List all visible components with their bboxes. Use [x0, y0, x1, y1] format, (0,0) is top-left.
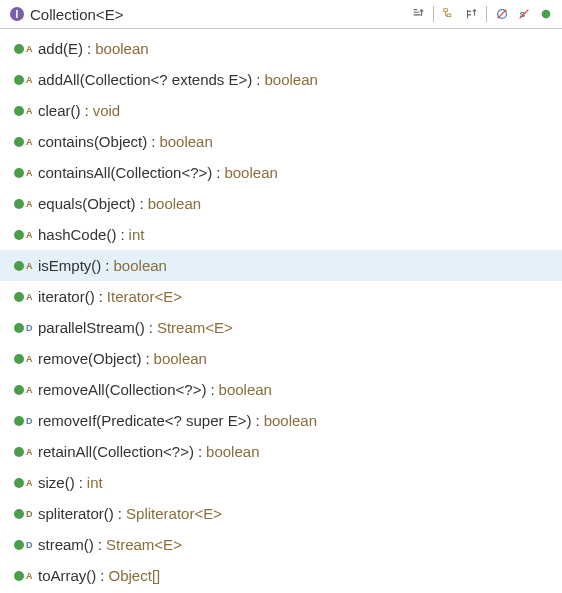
member-row[interactable]: Asize():int [0, 467, 562, 498]
method-params: () [135, 319, 145, 336]
default-modifier-icon: D [26, 316, 34, 341]
member-row[interactable]: AaddAll(Collection<? extends E>):boolean [0, 64, 562, 95]
return-type: Iterator<E> [107, 288, 182, 305]
abstract-modifier-icon: A [26, 223, 34, 248]
default-modifier-icon: D [26, 409, 34, 434]
member-row[interactable]: Dspliterator():Spliterator<E> [0, 498, 562, 529]
colon-separator: : [210, 381, 214, 398]
method-name: addAll [38, 71, 80, 88]
public-method-icon [14, 540, 24, 550]
method-name: clear [38, 102, 71, 119]
method-name: hashCode [38, 226, 106, 243]
header-title-group: I Collection<E> [10, 6, 408, 23]
member-row[interactable]: DremoveIf(Predicate<? super E>):boolean [0, 405, 562, 436]
public-method-icon [14, 354, 24, 364]
method-name: containsAll [38, 164, 111, 181]
colon-separator: : [118, 505, 122, 522]
method-params: () [106, 226, 116, 243]
sort-button[interactable] [408, 4, 428, 24]
colon-separator: : [87, 40, 91, 57]
colon-separator: : [255, 412, 259, 429]
member-row[interactable]: AremoveAll(Collection<?>):boolean [0, 374, 562, 405]
member-row[interactable]: AtoArray():Object[] [0, 560, 562, 591]
method-params: () [84, 536, 94, 553]
member-row[interactable]: Dstream():Stream<E> [0, 529, 562, 560]
colon-separator: : [256, 71, 260, 88]
member-signature: remove(Object):boolean [38, 346, 207, 371]
method-name: spliterator [38, 505, 104, 522]
member-row[interactable]: Aequals(Object):boolean [0, 188, 562, 219]
public-method-icon [14, 385, 24, 395]
member-signature: size():int [38, 470, 103, 495]
method-name: contains [38, 133, 94, 150]
member-signature: toArray():Object[] [38, 563, 160, 588]
method-name: stream [38, 536, 84, 553]
member-row[interactable]: Aclear():void [0, 95, 562, 126]
return-type: int [129, 226, 145, 243]
hide-static-button[interactable]: S [514, 4, 534, 24]
return-type: boolean [219, 381, 272, 398]
member-signature: contains(Object):boolean [38, 129, 213, 154]
abstract-modifier-icon: A [26, 161, 34, 186]
member-row[interactable]: Acontains(Object):boolean [0, 126, 562, 157]
public-method-icon [14, 509, 24, 519]
member-row[interactable]: Aremove(Object):boolean [0, 343, 562, 374]
member-row[interactable]: AisEmpty():boolean [0, 250, 562, 281]
filter-button[interactable] [536, 4, 556, 24]
method-params: (Collection<?>) [105, 381, 207, 398]
member-signature: stream():Stream<E> [38, 532, 182, 557]
public-method-icon [14, 230, 24, 240]
public-method-icon [14, 75, 24, 85]
colon-separator: : [149, 319, 153, 336]
return-type: boolean [224, 164, 277, 181]
colon-separator: : [151, 133, 155, 150]
return-type: boolean [95, 40, 148, 57]
return-type: boolean [148, 195, 201, 212]
default-modifier-icon: D [26, 502, 34, 527]
member-row[interactable]: AcontainsAll(Collection<?>):boolean [0, 157, 562, 188]
colon-separator: : [216, 164, 220, 181]
member-row[interactable]: Aiterator():Iterator<E> [0, 281, 562, 312]
method-name: isEmpty [38, 257, 91, 274]
method-params: () [104, 505, 114, 522]
method-params: (Object) [88, 350, 141, 367]
abstract-modifier-icon: A [26, 254, 34, 279]
hide-fields-button[interactable] [492, 4, 512, 24]
method-name: removeAll [38, 381, 105, 398]
member-row[interactable]: DparallelStream():Stream<E> [0, 312, 562, 343]
member-signature: retainAll(Collection<?>):boolean [38, 439, 259, 464]
abstract-modifier-icon: A [26, 378, 34, 403]
method-params: (Collection<?>) [111, 164, 213, 181]
public-method-icon [14, 323, 24, 333]
type-title: Collection<E> [30, 6, 123, 23]
abstract-modifier-icon: A [26, 564, 34, 589]
member-row[interactable]: AretainAll(Collection<?>):boolean [0, 436, 562, 467]
method-params: () [86, 567, 96, 584]
member-row[interactable]: Aadd(E):boolean [0, 33, 562, 64]
member-row[interactable]: AhashCode():int [0, 219, 562, 250]
public-method-icon [14, 571, 24, 581]
member-signature: removeAll(Collection<?>):boolean [38, 377, 272, 402]
method-name: parallelStream [38, 319, 135, 336]
colon-separator: : [120, 226, 124, 243]
colon-separator: : [145, 350, 149, 367]
colon-separator: : [99, 288, 103, 305]
method-params: () [65, 474, 75, 491]
public-method-icon [14, 292, 24, 302]
return-type: Stream<E> [106, 536, 182, 553]
default-modifier-icon: D [26, 533, 34, 558]
public-method-icon [14, 416, 24, 426]
tree-button[interactable] [439, 4, 459, 24]
member-signature: containsAll(Collection<?>):boolean [38, 160, 278, 185]
member-signature: addAll(Collection<? extends E>):boolean [38, 67, 318, 92]
method-params: () [71, 102, 81, 119]
public-method-icon [14, 447, 24, 457]
colon-separator: : [100, 567, 104, 584]
return-type: boolean [264, 71, 317, 88]
toolbar-separator [433, 6, 434, 22]
return-type: int [87, 474, 103, 491]
return-type: Object[] [109, 567, 161, 584]
colon-separator: : [98, 536, 102, 553]
hierarchy-button[interactable] [461, 4, 481, 24]
method-name: size [38, 474, 65, 491]
